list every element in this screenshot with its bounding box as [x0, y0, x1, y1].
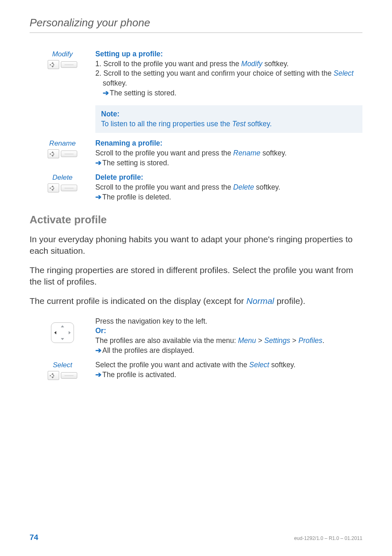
- nav-key-icon: [48, 149, 59, 158]
- delete-result: ➔The profile is deleted.: [95, 192, 362, 202]
- arrow-icon: ➔: [95, 371, 101, 379]
- note-spacer: [30, 103, 95, 139]
- softkey-icon: [61, 372, 77, 379]
- label-col-modify: Modify: [30, 49, 95, 98]
- softkey-label-select: Select: [30, 361, 95, 369]
- modify-result: ➔The setting is stored.: [103, 88, 362, 98]
- delete-line: Scroll to the profile you want and press…: [95, 183, 362, 192]
- label-col-rename: Rename: [30, 139, 95, 168]
- label-col-select: Select: [30, 360, 95, 382]
- content-select: Select the profile you want and activate…: [95, 360, 362, 382]
- softkey-icon: [61, 185, 77, 191]
- text: The profile is activated.: [102, 371, 176, 379]
- text: softkey.: [261, 149, 287, 157]
- rename-result: ➔The setting is stored.: [95, 158, 362, 168]
- menu-ref: Profiles: [298, 336, 322, 345]
- arrow-icon: ➔: [95, 159, 101, 167]
- nav-line-1: Press the navigation key to the left.: [95, 317, 362, 327]
- page-number: 74: [30, 533, 38, 542]
- softkey-label-rename: Rename: [30, 139, 95, 148]
- softkey-ref: Modify: [241, 60, 263, 68]
- content-rename: Renaming a profile: Scroll to the profil…: [95, 139, 362, 168]
- note-row: Note: To listen to all the ring properti…: [30, 103, 362, 139]
- running-header: Personalizing your phone: [30, 16, 362, 33]
- section-heading-activate-profile: Activate profile: [30, 213, 362, 226]
- nav-key-icon: [48, 371, 59, 380]
- nav-result: ➔All the profiles are displayed.: [95, 346, 362, 356]
- text: All the profiles are displayed.: [102, 346, 194, 354]
- or-label: Or:: [95, 326, 362, 336]
- select-line: Select the profile you want and activate…: [95, 360, 362, 370]
- softkey-ref: Select: [249, 361, 270, 369]
- paragraph-1: In your everyday phoning habits you want…: [30, 234, 362, 257]
- text: .: [323, 336, 325, 345]
- row-modify: Modify Setting up a profile: 1. Scroll t…: [30, 49, 362, 98]
- row-select: Select Select the profile you want and a…: [30, 360, 362, 382]
- note-title: Note:: [101, 109, 357, 119]
- label-col-delete: Delete: [30, 173, 95, 202]
- softkey-ref: Select: [334, 69, 354, 77]
- heading-delete-profile: Delete profile:: [95, 173, 362, 183]
- text: softkey.: [254, 183, 280, 191]
- text: The setting is stored.: [110, 89, 176, 97]
- text: >: [290, 336, 298, 345]
- text: Scroll to the profile you want and press…: [95, 183, 233, 191]
- arrow-icon: ➔: [103, 89, 109, 97]
- menu-ref: Settings: [264, 336, 290, 345]
- note-box: Note: To listen to all the ring properti…: [95, 105, 362, 133]
- row-navkey: Press the navigation key to the left. Or…: [30, 317, 362, 356]
- key-art-modify: [48, 60, 77, 69]
- softkey-ref: Test: [232, 120, 245, 128]
- page-footer: 74 eud-1292/1.0 – R1.0 – 01.2011: [30, 533, 362, 542]
- softkey-ref: Delete: [233, 183, 254, 191]
- text: The setting is stored.: [102, 159, 169, 167]
- rename-line: Scroll to the profile you want and press…: [95, 148, 362, 158]
- heading-renaming-profile: Renaming a profile:: [95, 139, 362, 148]
- arrow-icon: ➔: [95, 193, 101, 201]
- modify-step-1: 1. Scroll to the profile you want and pr…: [95, 59, 362, 69]
- text: softkey.: [103, 79, 127, 87]
- softkey-icon: [61, 151, 77, 157]
- softkey-icon: [61, 61, 77, 68]
- text: 2. Scroll to the setting you want and co…: [95, 69, 334, 77]
- navigation-key-icon: [51, 322, 74, 343]
- text: profile).: [274, 296, 305, 306]
- nav-key-icon: [48, 183, 59, 192]
- paragraph-3: The current profile is indicated on the …: [30, 295, 362, 307]
- paragraph-2: The ringing properties are stored in dif…: [30, 264, 362, 288]
- text: 1. Scroll to the profile you want and pr…: [95, 60, 241, 68]
- note-body: To listen to all the ring properties use…: [101, 119, 357, 129]
- row-delete: Delete Delete profile: Scroll to the pro…: [30, 173, 362, 202]
- modify-step-2: 2. Scroll to the setting you want and co…: [95, 69, 362, 98]
- menu-ref: Menu: [238, 336, 256, 345]
- heading-setting-up-profile: Setting up a profile:: [95, 49, 362, 59]
- text: The profile is deleted.: [102, 193, 171, 201]
- softkey-label-modify: Modify: [30, 50, 95, 58]
- text: softkey.: [246, 120, 272, 128]
- key-art-rename: [48, 149, 77, 158]
- text: To listen to all the ring properties use…: [101, 120, 232, 128]
- nav-key-icon: [48, 60, 59, 69]
- nav-line-2: The profiles are also available via the …: [95, 336, 362, 346]
- text: The profiles are also available via the …: [95, 336, 238, 345]
- text: Scroll to the profile you want and press…: [95, 149, 233, 157]
- arrow-icon: ➔: [95, 346, 101, 354]
- key-art-delete: [48, 183, 77, 192]
- label-col-navkey: [30, 317, 95, 356]
- text: softkey.: [269, 361, 295, 369]
- text: Select the profile you want and activate…: [95, 361, 249, 369]
- content-delete: Delete profile: Scroll to the profile yo…: [95, 173, 362, 202]
- select-result: ➔The profile is activated.: [95, 370, 362, 380]
- row-rename: Rename Renaming a profile: Scroll to the…: [30, 139, 362, 168]
- key-art-select: [48, 371, 77, 380]
- softkey-label-delete: Delete: [30, 174, 95, 182]
- text: The current profile is indicated on the …: [30, 296, 247, 306]
- text: >: [256, 336, 264, 345]
- doc-id: eud-1292/1.0 – R1.0 – 01.2011: [294, 535, 362, 541]
- softkey-ref: Rename: [233, 149, 261, 157]
- profile-ref: Normal: [247, 296, 274, 306]
- content-navkey: Press the navigation key to the left. Or…: [95, 317, 362, 356]
- text: softkey.: [263, 60, 289, 68]
- content-modify: Setting up a profile: 1. Scroll to the p…: [95, 49, 362, 98]
